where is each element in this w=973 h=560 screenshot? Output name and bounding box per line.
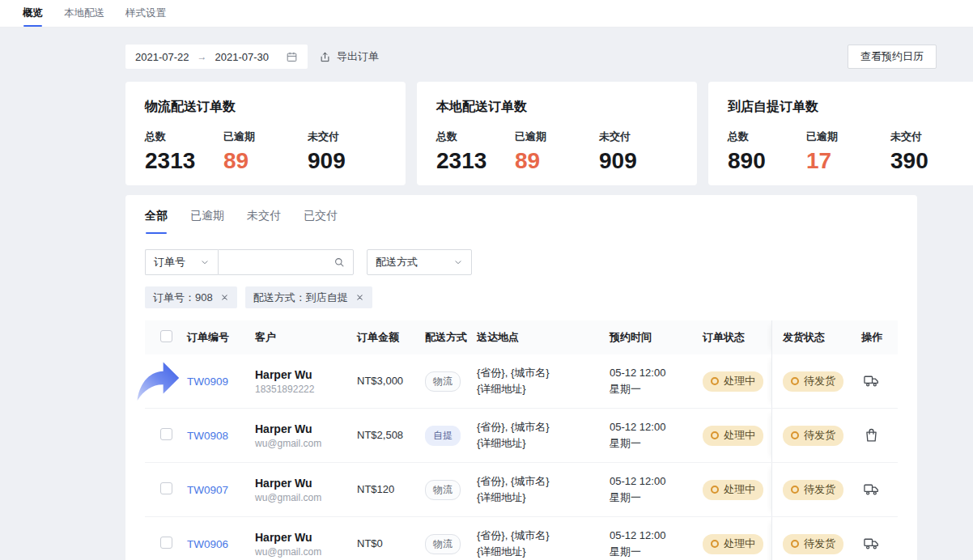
time-line-2: 星期一 [610, 435, 696, 452]
close-icon[interactable] [355, 293, 364, 302]
delivery-address: {省份}, {城市名}{详细地址} [477, 419, 610, 452]
top-nav-tab[interactable]: 本地配送 [64, 0, 104, 27]
fixed-columns: 待发货 [771, 517, 898, 560]
order-status-cell: 处理中 [703, 371, 771, 392]
stat: 已逾期89 [515, 129, 599, 174]
shipping-status-badge-label: 待发货 [804, 374, 835, 388]
date-range-picker[interactable]: 2021-07-22 → 2021-07-30 [125, 45, 308, 69]
status-ring-icon [791, 540, 799, 548]
order-id-link[interactable]: TW0909 [187, 375, 228, 388]
truck-icon [863, 481, 880, 498]
ship-action-button[interactable] [861, 371, 882, 391]
stat-card-title: 物流配送订单数 [145, 99, 386, 116]
address-line-2: {详细地址} [477, 435, 603, 452]
shipping-status-badge-label: 待发货 [804, 537, 835, 551]
customer-contact: 18351892222 [255, 384, 351, 395]
delivery-address: {省份}, {城市名}{详细地址} [477, 528, 610, 560]
action-cell [857, 371, 898, 392]
ship-action-button[interactable] [861, 425, 882, 445]
status-ring-icon [711, 377, 719, 385]
stat: 已逾期89 [223, 129, 308, 174]
search-box[interactable] [218, 249, 354, 275]
export-orders-button[interactable]: 导出订单 [319, 49, 379, 64]
order-status-tab[interactable]: 已交付 [304, 209, 338, 234]
row-checkbox[interactable] [160, 482, 172, 494]
ship-action-button[interactable] [861, 533, 882, 554]
row-checkbox[interactable] [160, 537, 172, 549]
customer-name: Harper Wu [255, 368, 351, 381]
order-status-tabs: 全部已逾期未交付已交付 [125, 195, 917, 234]
close-icon[interactable] [220, 293, 229, 302]
delivery-method-select[interactable]: 配送方式 [367, 249, 472, 275]
shipping-status-badge: 待发货 [783, 480, 843, 500]
stat-label: 总数 [145, 129, 223, 144]
delivery-method-cell: 物流 [425, 480, 477, 500]
customer-cell: Harper Wuwu@gmail.com [255, 477, 357, 503]
stat-label: 总数 [436, 129, 515, 144]
order-id-link[interactable]: TW0906 [187, 538, 228, 550]
order-status-tab[interactable]: 全部 [145, 209, 168, 234]
delivery-method-pill: 自提 [425, 426, 461, 446]
orders-table: 订单编号客户订单金额配送方式送达地点预约时间订单状态发货状态操作 TW0909H… [145, 320, 898, 560]
customer-name: Harper Wu [255, 477, 351, 490]
top-nav-tab[interactable]: 概览 [23, 0, 43, 27]
stat-label: 未交付 [599, 129, 678, 144]
order-amount: NT$3,000 [357, 373, 425, 389]
shipping-status-cell: 待发货 [772, 371, 857, 392]
date-range-arrow: → [198, 51, 207, 62]
chevron-down-icon [453, 257, 463, 267]
view-reservation-calendar-button[interactable]: 查看预约日历 [848, 45, 937, 69]
stat-cards-row: 物流配送订单数总数2313已逾期89未交付909本地配送订单数总数2313已逾期… [125, 82, 937, 185]
stat-value: 890 [728, 148, 806, 174]
column-header: 送达地点 [477, 330, 610, 345]
reservation-time: 05-12 12:00星期一 [610, 365, 703, 397]
export-icon [319, 51, 331, 63]
toolbar: 2021-07-22 → 2021-07-30 导出订单 查看预约日历 [125, 45, 937, 69]
column-header: 客户 [255, 330, 357, 345]
date-start[interactable]: 2021-07-22 [135, 51, 189, 63]
shipping-status-badge: 待发货 [783, 371, 843, 392]
stat: 未交付909 [599, 129, 678, 174]
customer-contact: wu@gmail.com [255, 546, 351, 558]
stat-label: 已逾期 [806, 129, 890, 144]
order-status-badge: 处理中 [703, 480, 763, 500]
row-checkbox[interactable] [160, 428, 172, 440]
order-amount: NT$0 [357, 536, 425, 552]
stat-value: 17 [806, 148, 890, 174]
stat-row: 总数2313已逾期89未交付909 [145, 129, 386, 174]
order-status-badge: 处理中 [703, 534, 763, 554]
stat: 总数2313 [145, 129, 223, 174]
column-header: 预约时间 [610, 330, 703, 345]
column-header: 订单状态 [703, 330, 771, 345]
stat-row: 总数890已逾期17未交付390 [728, 129, 969, 174]
filter-tag-label: 配送方式：到店自提 [253, 291, 348, 305]
stat-value: 390 [890, 148, 969, 174]
table-header-row: 订单编号客户订单金额配送方式送达地点预约时间订单状态发货状态操作 [145, 320, 898, 354]
shipping-status-badge: 待发货 [783, 534, 843, 554]
header-checkbox[interactable] [160, 330, 172, 342]
order-status-tab[interactable]: 已逾期 [190, 209, 224, 234]
order-id-cell: TW0909 [187, 374, 255, 388]
order-status-badge: 处理中 [703, 426, 763, 446]
stat: 总数2313 [436, 129, 515, 174]
address-line-1: {省份}, {城市名} [477, 365, 603, 381]
top-nav-tab[interactable]: 样式设置 [125, 0, 166, 27]
delivery-method-pill: 物流 [425, 371, 461, 392]
order-id-link[interactable]: TW0908 [187, 430, 228, 442]
date-end[interactable]: 2021-07-30 [215, 51, 270, 63]
time-line-1: 05-12 12:00 [610, 365, 696, 381]
column-header: 配送方式 [425, 330, 477, 345]
order-id-link[interactable]: TW0907 [187, 484, 228, 496]
row-checkbox-cell [145, 428, 187, 443]
ship-action-button[interactable] [861, 479, 882, 499]
calendar-icon [286, 51, 298, 63]
search-field-select[interactable]: 订单号 [145, 249, 218, 275]
table-row: TW0908Harper Wuwu@gmail.comNT$2,508自提{省份… [145, 409, 898, 463]
status-ring-icon [711, 486, 719, 494]
filter-bar: 订单号 配送方式 [125, 234, 917, 275]
search-input[interactable] [227, 256, 334, 269]
delivery-method-cell: 自提 [425, 426, 477, 446]
status-ring-icon [791, 377, 799, 385]
order-status-tab[interactable]: 未交付 [247, 209, 281, 234]
header-checkbox-cell [145, 330, 187, 345]
